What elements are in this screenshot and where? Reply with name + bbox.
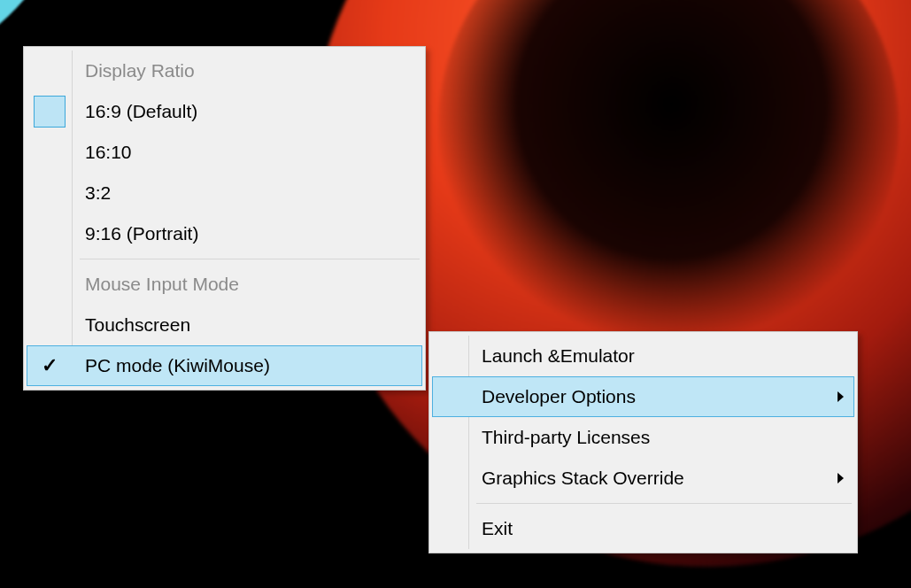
menu-item-touchscreen[interactable]: Touchscreen	[27, 305, 422, 345]
check-icon	[34, 350, 66, 382]
chevron-right-icon	[838, 391, 844, 402]
menu-item-ratio-9-16[interactable]: 9:16 (Portrait)	[27, 213, 422, 254]
menu-item-ratio-16-9[interactable]: 16:9 (Default)	[27, 91, 422, 132]
menu-header-mouse-input: Mouse Input Mode	[27, 264, 422, 305]
menu-item-third-party-licenses[interactable]: Third-party Licenses	[432, 417, 854, 458]
menu-item-label: Third-party Licenses	[482, 427, 650, 448]
menu-item-label: Developer Options	[482, 386, 636, 407]
menu-header-label: Display Ratio	[85, 60, 195, 81]
menu-item-exit[interactable]: Exit	[432, 508, 854, 549]
menu-item-label: 16:9 (Default)	[85, 101, 197, 122]
submenu-developer-options: Display Ratio 16:9 (Default) 16:10 3:2 9…	[23, 46, 426, 391]
menu-item-label: 16:10	[85, 142, 132, 163]
chevron-right-icon	[838, 473, 844, 484]
menu-item-pc-mode[interactable]: PC mode (KiwiMouse)	[27, 345, 422, 386]
check-icon	[34, 96, 66, 128]
menu-header-label: Mouse Input Mode	[85, 274, 239, 295]
menu-header-display-ratio: Display Ratio	[27, 50, 422, 91]
menu-item-developer-options[interactable]: Developer Options	[432, 376, 854, 417]
menu-item-label: PC mode (KiwiMouse)	[85, 355, 270, 376]
menu-item-ratio-3-2[interactable]: 3:2	[27, 173, 422, 213]
menu-item-launch-emulator[interactable]: Launch &Emulator	[432, 336, 854, 376]
menu-item-label: 9:16 (Portrait)	[85, 223, 198, 244]
menu-separator	[476, 503, 852, 504]
menu-item-ratio-16-10[interactable]: 16:10	[27, 132, 422, 173]
menu-item-label: Exit	[482, 518, 513, 539]
menu-item-graphics-stack-override[interactable]: Graphics Stack Override	[432, 458, 854, 499]
menu-item-label: Touchscreen	[85, 314, 190, 336]
menu-separator	[80, 259, 420, 259]
menu-item-label: Launch &Emulator	[482, 345, 635, 367]
menu-item-label: 3:2	[85, 182, 111, 204]
menu-item-label: Graphics Stack Override	[482, 468, 684, 489]
context-menu-main: Launch &Emulator Developer Options Third…	[428, 331, 858, 553]
